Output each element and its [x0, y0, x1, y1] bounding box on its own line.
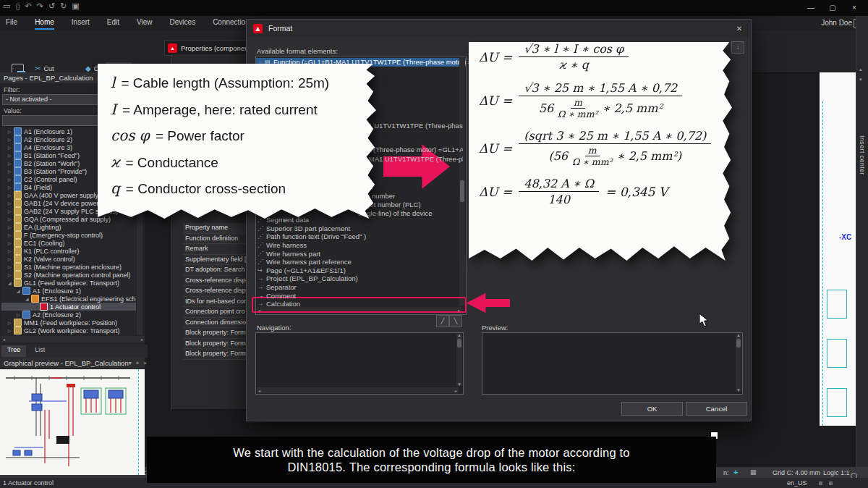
expander-icon[interactable]: ▷ — [8, 272, 14, 277]
property-grid-row[interactable]: Cross-reference displa — [183, 286, 246, 297]
ok-button[interactable]: OK — [621, 402, 683, 416]
ribbon-tab[interactable]: Home — [35, 18, 54, 30]
list-item[interactable]: ⋰ Wire harness part — [255, 249, 463, 258]
tree-item[interactable]: ▷ A2 (Enclosure 2) — [1, 311, 136, 319]
expander-icon[interactable]: ▷ — [8, 209, 14, 214]
list-item[interactable]: → Calculation — [255, 300, 463, 308]
property-grid-row[interactable]: Connection dimensio — [183, 318, 246, 329]
scroll-up-icon[interactable]: ▴ — [859, 67, 862, 72]
status-icon[interactable] — [829, 481, 833, 485]
property-grid-row[interactable]: Function definition — [183, 234, 246, 245]
tree-item[interactable]: ▷ K1 (PLC controller) — [1, 247, 136, 255]
minimize-button[interactable]: — — [800, 1, 822, 14]
close-icon[interactable]: × — [143, 358, 147, 369]
expander-icon[interactable]: ▷ — [8, 224, 14, 230]
scroll-right-icon[interactable]: ▸ — [141, 337, 143, 342]
list-item[interactable]: ⋰ Superior 3D part placement — [255, 224, 463, 233]
cut-button[interactable]: ✂Cut — [35, 64, 54, 72]
expander-icon[interactable]: ▷ — [8, 216, 14, 222]
tree-item[interactable]: ▷ S2 (Machine operation control panel) — [1, 271, 136, 279]
list-item[interactable]: → Comment — [255, 291, 463, 300]
property-grid-row[interactable]: DT adoption: Search d — [183, 265, 246, 276]
expander-icon[interactable]: ▷ — [8, 185, 14, 190]
quick-access-icon[interactable]: ▣ — [72, 1, 79, 11]
property-grid-row[interactable]: Supplementary field [ — [183, 255, 246, 266]
expander-icon[interactable]: ▷ — [8, 177, 14, 182]
grid-size-status[interactable]: Grid C: 4.00 mm — [773, 469, 820, 476]
tree-horizontal-scrollbar[interactable]: ◂ ▸ — [1, 336, 145, 342]
property-grid-row[interactable]: Block property: Formu — [183, 349, 246, 360]
scroll-left-icon[interactable]: ◂ — [3, 337, 5, 342]
cancel-button[interactable]: Cancel — [686, 402, 747, 416]
expander-icon[interactable]: ▷ — [8, 328, 14, 333]
list-item[interactable]: → Separator — [255, 283, 463, 292]
property-grid-row[interactable]: Cross-reference displa — [183, 276, 246, 287]
tree-item[interactable]: ▷ K2 (Valve control) — [1, 255, 136, 263]
panel-tab[interactable]: Tree — [1, 345, 26, 357]
pin-icon[interactable]: ⌖ — [136, 358, 140, 369]
quick-access-icon[interactable]: ↻ — [60, 1, 67, 11]
expander-icon[interactable]: ▷ — [8, 169, 14, 174]
maximize-button[interactable]: ▢ — [822, 1, 843, 14]
property-grid-row[interactable]: Connection point cro — [183, 307, 246, 318]
navigation-textarea[interactable]: ▲ ▼ ◂▸ — [255, 332, 464, 395]
expander-icon[interactable]: ▷ — [8, 161, 14, 166]
ribbon-tab[interactable]: File — [6, 18, 17, 30]
expander-icon[interactable]: ▷ — [8, 145, 14, 150]
chevron-down-icon[interactable]: ▾ — [129, 358, 132, 369]
list-item[interactable]: ↪ Page (=GL1+A1&EFS1/1) — [255, 266, 463, 275]
ribbon-tab[interactable]: Devices — [170, 18, 196, 30]
tree-item[interactable]: ◢ GL1 (Feed workpiece: Transport) — [1, 279, 136, 287]
expander-icon[interactable]: ▷ — [17, 312, 22, 317]
ribbon-tab[interactable]: View — [137, 18, 153, 30]
quick-access-icon[interactable]: ▭ — [3, 1, 10, 11]
expander-icon[interactable]: ▷ — [8, 248, 14, 253]
expander-icon[interactable]: ▷ — [8, 129, 14, 134]
property-grid-row[interactable]: Remark — [183, 244, 246, 255]
tree-item[interactable]: ◢ A1 (Enclosure 1) — [1, 287, 136, 295]
expander-icon[interactable]: ◢ — [25, 296, 31, 301]
property-grid-row[interactable]: Block property: Formu — [183, 339, 246, 350]
expander-icon[interactable]: ▷ — [8, 320, 14, 325]
list-item[interactable]: → Project (EPL_BP_Calculation) — [255, 274, 463, 283]
ribbon-tab[interactable]: Edit — [107, 18, 119, 30]
scroll-down-button[interactable]: ↓ — [731, 41, 744, 54]
quick-access-icon[interactable]: ↷ — [37, 1, 43, 11]
quick-access-icon[interactable]: ↺ — [48, 1, 55, 11]
tree-item[interactable]: ▷ S1 (Machine operation enclosure) — [1, 263, 136, 271]
list-item[interactable]: ⋰ Wire harness — [255, 241, 463, 250]
expander-icon[interactable]: ▷ — [8, 201, 14, 206]
tree-item[interactable]: ▷ F (Emergency-stop control) — [1, 231, 136, 239]
list-item[interactable]: ⋰ Wire harness part reference — [255, 258, 463, 266]
expander-icon[interactable]: ▷ — [8, 240, 14, 245]
grid-icon[interactable]: ▦ — [750, 468, 757, 476]
edit-diagonal-button[interactable]: ╲ — [449, 315, 462, 327]
insert-center-tab[interactable]: Insert center — [859, 135, 866, 175]
scroll-down-icon[interactable]: ▾ — [859, 77, 862, 83]
expander-icon[interactable]: ▷ — [8, 264, 14, 269]
expander-icon[interactable]: ▷ — [8, 256, 14, 261]
panel-tab[interactable]: List — [29, 345, 51, 357]
expander-icon[interactable]: ◢ — [8, 280, 14, 285]
tree-item[interactable]: ▷ EA (Lighting) — [1, 223, 136, 231]
language-status[interactable]: en_US — [787, 479, 807, 487]
property-grid-row[interactable]: Block property: Formu — [183, 328, 246, 339]
properties-dialog-titlebar[interactable]: ▲ Properties (components): Ge — [164, 40, 259, 56]
close-button[interactable]: × — [843, 1, 865, 14]
tree-item[interactable]: 1 Actuator control — [1, 303, 136, 311]
tree-item[interactable]: ▷ MM1 (Feed workpiece: Position) — [1, 319, 136, 327]
expander-icon[interactable]: ▷ — [8, 137, 14, 142]
crosshair-icon[interactable]: + — [733, 468, 738, 476]
property-grid-row[interactable]: IDs for net-based con — [183, 297, 246, 308]
edit-diagonal-button[interactable]: ╱ — [436, 315, 449, 327]
ribbon-tab[interactable]: Insert — [72, 18, 90, 30]
tree-item[interactable]: ◢ EFS1 (Electrical engineering sch — [1, 295, 136, 303]
expander-icon[interactable]: ▷ — [8, 153, 14, 158]
tree-item[interactable]: ▷ GL2 (Work workpiece: Transport) — [1, 327, 136, 335]
expander-icon[interactable]: ▷ — [8, 193, 14, 198]
tree-item[interactable]: ▷ EC1 (Cooling) — [1, 239, 136, 247]
list-item[interactable]: ⋰ Path function text (Drive "Feed" ) — [255, 232, 463, 241]
expander-icon[interactable]: ◢ — [17, 288, 22, 293]
quick-access-icon[interactable]: ↶ — [25, 1, 31, 11]
user-name[interactable]: John Doe — [821, 19, 852, 27]
